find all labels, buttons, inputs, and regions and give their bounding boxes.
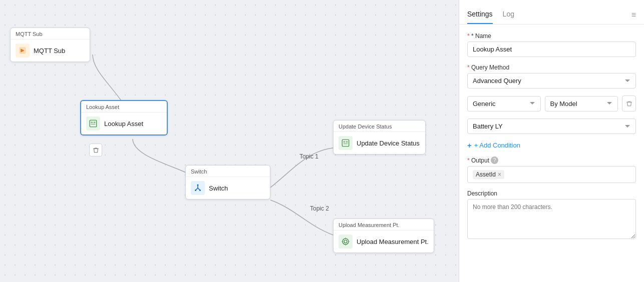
upload-node[interactable]: Upload Measurement Pt. Upload Measuremen… [333, 218, 434, 253]
svg-rect-11 [344, 144, 348, 144]
output-tag-close[interactable]: × [498, 172, 501, 178]
add-condition-button[interactable]: + + Add Condition [467, 141, 520, 150]
svg-point-5 [197, 184, 199, 186]
mqtt-node[interactable]: MQTT Sub MQTT Sub [10, 28, 90, 62]
output-tag-label: AssetId [476, 171, 496, 178]
update-icon [339, 136, 353, 150]
tab-settings[interactable]: Settings [467, 6, 493, 24]
lookup-icon [86, 116, 100, 130]
panel-tabs: Settings Log [467, 6, 514, 24]
description-label: Description [467, 190, 636, 197]
topic2-label: Topic 2 [310, 205, 329, 212]
switch-label: Switch [209, 184, 228, 192]
svg-point-6 [195, 190, 196, 191]
svg-point-13 [344, 240, 347, 243]
description-input[interactable] [467, 199, 636, 239]
by-model-select[interactable]: By Model [545, 96, 618, 112]
output-field-group: * Output ? AssetId × [467, 156, 636, 183]
add-condition-label: + Add Condition [474, 142, 520, 149]
switch-icon [191, 181, 205, 195]
generic-select[interactable]: Generic [467, 96, 541, 112]
upload-icon [339, 234, 353, 248]
lookup-node-header: Lookup Asset [81, 101, 167, 112]
svg-rect-8 [342, 140, 349, 146]
svg-rect-9 [344, 141, 346, 142]
lookup-label: Lookup Asset [104, 120, 143, 128]
name-field-group: * * Name [467, 32, 636, 57]
upload-node-header: Upload Measurement Pt. [334, 219, 434, 230]
name-label: * * Name [467, 32, 636, 40]
query-method-select[interactable]: Advanced Query [467, 73, 636, 88]
panel-menu-icon[interactable]: ≡ [631, 10, 636, 20]
svg-point-12 [343, 238, 349, 244]
query-method-field-group: * Query Method Advanced Query [467, 64, 636, 88]
svg-rect-2 [91, 122, 93, 123]
output-help-icon[interactable]: ? [491, 156, 498, 164]
battery-select[interactable]: Battery LY [467, 118, 636, 134]
output-label: * Output [467, 157, 489, 164]
delete-filter-button[interactable] [622, 96, 636, 112]
panel-content: * * Name * Query Method Advanced Query G… [459, 24, 644, 248]
switch-node[interactable]: Switch Switch [185, 165, 270, 200]
name-input[interactable] [467, 42, 636, 57]
update-label: Update Device Status [357, 140, 420, 147]
delete-lookup-button[interactable] [89, 144, 102, 156]
right-panel: Settings Log ≡ * * Name * Query Method A… [459, 0, 644, 282]
description-field-group: Description [467, 190, 636, 240]
svg-rect-10 [346, 141, 348, 142]
mqtt-label: MQTT Sub [34, 47, 65, 54]
svg-rect-3 [94, 122, 96, 123]
svg-point-7 [199, 190, 201, 191]
mqtt-node-header: MQTT Sub [11, 28, 90, 40]
upload-label: Upload Measurement Pt. [357, 238, 429, 246]
topic1-label: Topic 1 [299, 153, 318, 160]
lookup-node[interactable]: Lookup Asset Lookup Asset [80, 100, 168, 136]
svg-rect-4 [91, 124, 96, 125]
output-tag: AssetId × [473, 170, 504, 179]
tab-log[interactable]: Log [503, 6, 514, 24]
mqtt-icon [16, 44, 30, 58]
output-field[interactable]: AssetId × [467, 166, 636, 183]
canvas-area: MQTT Sub MQTT Sub Lookup Asset [0, 0, 459, 282]
panel-header: Settings Log ≡ [459, 0, 644, 24]
battery-field-group: Battery LY [467, 118, 636, 134]
filter-row: Generic By Model [467, 96, 636, 112]
update-node[interactable]: Update Device Status Update Device Statu… [333, 120, 426, 154]
update-node-header: Update Device Status [334, 120, 425, 132]
query-method-label: * Query Method [467, 64, 636, 71]
add-icon: + [467, 141, 472, 150]
switch-node-header: Switch [186, 166, 270, 177]
svg-rect-1 [90, 120, 97, 127]
